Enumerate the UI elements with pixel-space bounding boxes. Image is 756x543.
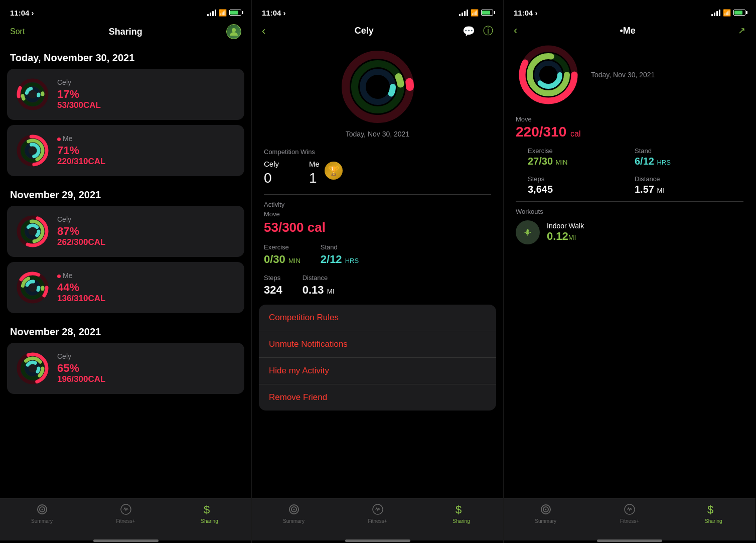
friend-avatar-icon[interactable] xyxy=(226,24,241,39)
status-icons-2: 📶 xyxy=(459,9,493,17)
action-unmute-notifications[interactable]: Unmute Notifications xyxy=(259,331,496,358)
tab-summary-3[interactable]: Summary xyxy=(504,502,587,524)
svg-text:$: $ xyxy=(204,503,210,516)
rings-me-large xyxy=(516,42,581,107)
steps-value-cely: 324 xyxy=(264,284,282,297)
tab-sharing-3[interactable]: $ Sharing xyxy=(672,502,755,524)
card-cely-nov29[interactable]: Cely 87% 262/300CAL xyxy=(7,206,244,257)
activity-percent-cely-today: 17% xyxy=(57,88,236,100)
summary-tab-icon-1 xyxy=(35,502,49,516)
sort-button[interactable]: Sort xyxy=(10,27,25,36)
nav-right-icons-2: 💬 ⓘ xyxy=(463,24,493,38)
comp-me-name: Me xyxy=(309,160,320,168)
activity-percent-cely-nov28: 65% xyxy=(57,362,236,374)
status-icons-3: 📶 xyxy=(711,9,745,17)
activity-info-cely-nov29: Cely 87% 262/300CAL xyxy=(57,215,236,247)
workout-row-me[interactable]: Indoor Walk 0.12MI xyxy=(516,220,743,244)
steps-dist-row-cely: Steps 324 Distance 0.13 MI xyxy=(264,274,491,297)
share-icon[interactable]: ↗︎ xyxy=(738,25,745,36)
signal-icon-3 xyxy=(711,10,720,16)
action-competition-rules[interactable]: Competition Rules xyxy=(259,305,496,331)
tab-bar-1: Summary Fitness+ $ Sharing xyxy=(0,498,251,540)
back-button-3[interactable]: ‹ xyxy=(514,24,517,37)
date-header-today: Today, November 30, 2021 xyxy=(0,44,251,69)
nav-bar-1: Sort Sharing xyxy=(0,22,251,44)
status-time-1: 11:04 › xyxy=(10,9,34,17)
sharing-tab-icon-2: $ xyxy=(455,502,469,516)
action-remove-friend[interactable]: Remove Friend xyxy=(259,384,496,411)
me-stats-section: Move 220/310 cal Exercise 27/30 MIN Stan… xyxy=(504,115,755,195)
activity-label-cely: Activity xyxy=(264,201,491,208)
stand-label-cely: Stand xyxy=(321,243,359,251)
activity-cals-cely-today: 53/300CAL xyxy=(57,100,236,110)
card-cely-today[interactable]: Cely 17% 53/300CAL xyxy=(7,69,244,120)
nav-bar-3: ‹ •Me ↗︎ xyxy=(504,22,755,42)
date-header-nov29: November 29, 2021 xyxy=(0,181,251,206)
panel-sharing-list: 11:04 › 📶 Sort Sharing Today, N xyxy=(0,0,252,543)
exercise-val-me: 27/30 MIN xyxy=(528,156,625,167)
tab-bar-2: Summary Fitness+ $ Sharing xyxy=(252,498,503,540)
tab-fitness-3[interactable]: Fitness+ xyxy=(587,502,671,524)
activity-cals-cely-nov28: 196/300CAL xyxy=(57,374,236,384)
tab-summary-2[interactable]: Summary xyxy=(252,502,336,524)
tab-fitness-2[interactable]: Fitness+ xyxy=(336,502,419,524)
competition-section: Competition Wins Cely 0 Me 1 🏆 xyxy=(252,148,503,186)
activity-percent-cely-nov29: 87% xyxy=(57,225,236,237)
back-button-2[interactable]: ‹ xyxy=(262,25,265,38)
tab-summary-label-2: Summary xyxy=(283,518,305,524)
distance-col-cely: Distance 0.13 MI xyxy=(303,274,334,297)
activity-info-me-today: Me 71% 220/310CAL xyxy=(57,134,236,167)
comp-cely-score: 0 xyxy=(264,170,279,186)
steps-lbl-me: Steps xyxy=(528,175,625,183)
activity-name-cely-nov28: Cely xyxy=(57,352,236,360)
divider-me xyxy=(516,201,743,202)
activity-cals-me-nov29: 136/310CAL xyxy=(57,294,236,304)
card-me-nov29[interactable]: Me 44% 136/310CAL xyxy=(7,262,244,313)
tab-summary-label-3: Summary xyxy=(535,518,556,524)
nav-title-1: Sharing xyxy=(109,27,142,37)
fitness-tab-icon-1 xyxy=(119,502,133,516)
svg-point-0 xyxy=(232,28,236,32)
activity-name-cely-today: Cely xyxy=(57,78,236,86)
ring-me-nov29 xyxy=(15,270,50,305)
home-indicator-2 xyxy=(252,540,503,543)
status-icons-1: 📶 xyxy=(207,9,241,17)
action-hide-activity[interactable]: Hide my Activity xyxy=(259,358,496,384)
tab-summary-1[interactable]: Summary xyxy=(0,502,84,524)
summary-tab-icon-2 xyxy=(287,502,301,516)
date-header-nov28: November 28, 2021 xyxy=(0,318,251,343)
svg-point-57 xyxy=(545,509,546,510)
info-icon[interactable]: ⓘ xyxy=(483,24,493,38)
tab-fitness-1[interactable]: Fitness+ xyxy=(84,502,168,524)
tab-fitness-label-2: Fitness+ xyxy=(368,518,387,524)
tab-summary-label-1: Summary xyxy=(31,518,53,524)
workouts-label-me: Workouts xyxy=(516,208,743,215)
svg-text:$: $ xyxy=(456,503,462,516)
tab-sharing-2[interactable]: $ Sharing xyxy=(419,502,503,524)
wifi-icon-2: 📶 xyxy=(471,9,479,17)
battery-icon-1 xyxy=(229,10,241,16)
activity-name-cely-nov29: Cely xyxy=(57,215,236,223)
card-me-today[interactable]: Me 71% 220/310CAL xyxy=(7,125,244,176)
fitness-tab-icon-2 xyxy=(371,502,385,516)
nav-title-3: •Me xyxy=(620,26,636,36)
activity-percent-me-nov29: 44% xyxy=(57,282,236,294)
nav-title-2: Cely xyxy=(355,26,374,36)
activity-cals-me-today: 220/310CAL xyxy=(57,157,236,167)
steps-col-cely: Steps 324 xyxy=(264,274,282,297)
ring-cely-nov29 xyxy=(15,214,50,249)
activity-info-me-nov29: Me 44% 136/310CAL xyxy=(57,272,236,304)
nav-bar-2: ‹ Cely 💬 ⓘ xyxy=(252,22,503,43)
card-cely-nov28[interactable]: Cely 65% 196/300CAL xyxy=(7,343,244,394)
steps-val-me: 3,645 xyxy=(528,184,625,195)
message-icon[interactable]: 💬 xyxy=(463,25,475,37)
move-value-cely: 53/300 cal xyxy=(264,220,491,235)
comp-me-col: Me 1 🏆 xyxy=(309,160,343,186)
trophy-badge-icon: 🏆 xyxy=(325,162,343,180)
tab-sharing-1[interactable]: $ Sharing xyxy=(168,502,251,524)
activity-name-me-nov29: Me xyxy=(57,272,236,280)
distance-label-cely: Distance xyxy=(303,274,334,282)
comp-me-info: Me 1 xyxy=(309,160,320,186)
svg-point-44 xyxy=(293,509,294,510)
battery-icon-2 xyxy=(481,10,493,16)
